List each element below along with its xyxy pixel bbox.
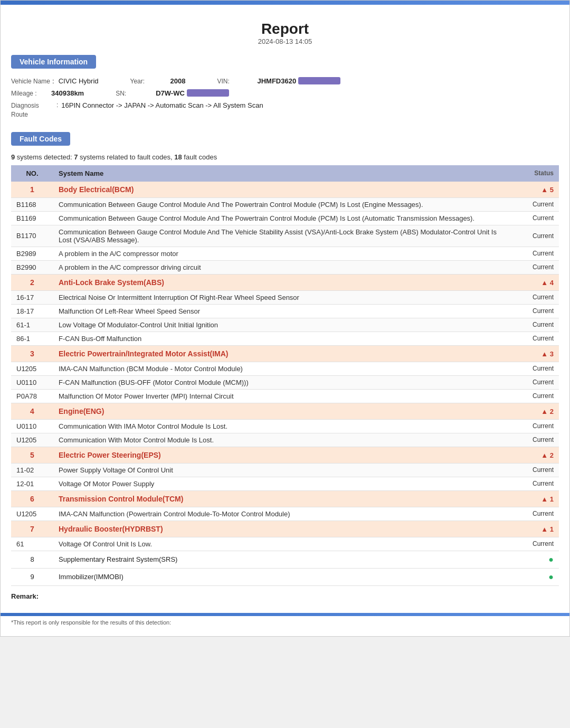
vehicle-info: Vehicle Name : CIVIC Hybrid Year: 2008 V… xyxy=(11,73,559,126)
fault-status: Current xyxy=(517,247,559,260)
fault-codes-header: Fault Codes xyxy=(11,132,70,146)
table-row: U1205 IMA-CAN Malfunction (BCM Module - … xyxy=(11,362,559,375)
vehicle-info-header: Vehicle Information xyxy=(11,55,96,69)
system-no: 9 xyxy=(11,568,53,585)
table-row: B1170 Communication Between Gauge Contro… xyxy=(11,225,559,247)
fault-code: B2989 xyxy=(11,247,53,260)
system-no: 8 xyxy=(11,551,53,568)
vehicle-name-label: Vehicle Name xyxy=(11,78,50,85)
page-wrapper: Report 2024-08-13 14:05 Vehicle Informat… xyxy=(0,0,570,637)
table-header-row: NO. System Name Status xyxy=(11,165,559,182)
system-status: ▲ 2 xyxy=(517,403,559,419)
fault-code: B1168 xyxy=(11,197,53,211)
table-row: B1168 Communication Between Gauge Contro… xyxy=(11,197,559,211)
warning-icon: ▲ 2 xyxy=(541,451,554,459)
fault-status: Current xyxy=(517,290,559,304)
fault-code: 86-1 xyxy=(11,332,53,345)
fault-code: B1170 xyxy=(11,225,53,247)
fault-status: Current xyxy=(517,362,559,375)
vin-label: VIN: xyxy=(217,78,254,85)
fault-code: 12-01 xyxy=(11,477,53,490)
table-row: U0110 F-CAN Malfunction (BUS-OFF (Motor … xyxy=(11,375,559,389)
warning-icon: ▲ 1 xyxy=(541,495,554,503)
fault-description: Voltage Of Motor Power Supply xyxy=(53,477,517,490)
table-row: 8 Supplementary Restraint System(SRS) ● xyxy=(11,551,559,568)
fault-code: 11-02 xyxy=(11,463,53,477)
mileage-label: Mileage : xyxy=(11,90,48,97)
system-no: 2 xyxy=(11,274,53,290)
fault-description: Malfunction Of Motor Power Inverter (MPI… xyxy=(53,389,517,403)
summary-text: 9 systems detected: 7 systems related to… xyxy=(11,153,559,161)
system-status: ▲ 5 xyxy=(517,182,559,198)
top-bar xyxy=(1,1,569,5)
table-row: U1205 Communication With Motor Control M… xyxy=(11,433,559,447)
fault-description: Communication With IMA Motor Control Mod… xyxy=(53,419,517,433)
table-row: 12-01 Voltage Of Motor Power Supply Curr… xyxy=(11,477,559,490)
warning-icon: ▲ 5 xyxy=(541,186,554,194)
system-header-row: 5 Electric Power Steering(EPS) ▲ 2 xyxy=(11,447,559,463)
content: Report 2024-08-13 14:05 Vehicle Informat… xyxy=(1,5,569,609)
system-status: ● xyxy=(517,568,559,585)
system-header-row: 7 Hydraulic Booster(HYDRBST) ▲ 1 xyxy=(11,521,559,537)
sn-blurred xyxy=(187,89,229,97)
system-status: ▲ 3 xyxy=(517,345,559,362)
fault-status: Current xyxy=(517,375,559,389)
fault-code: 61 xyxy=(11,537,53,551)
fault-code: 61-1 xyxy=(11,318,53,332)
vehicle-name-field: Vehicle Name : CIVIC Hybrid xyxy=(11,77,99,85)
sn-value: D7W-WC xyxy=(156,89,185,97)
remark-label: Remark: xyxy=(11,592,39,600)
fault-code: U0110 xyxy=(11,419,53,433)
ok-icon: ● xyxy=(548,555,554,564)
systems-count: 9 xyxy=(11,153,15,161)
fault-description: Communication Between Gauge Control Modu… xyxy=(53,211,517,225)
table-row: U1205 IMA-CAN Malfunction (Powertrain Co… xyxy=(11,507,559,521)
fault-status: Current xyxy=(517,507,559,521)
system-no: 7 xyxy=(11,521,53,537)
system-name: Engine(ENG) xyxy=(53,403,517,419)
warning-icon: ▲ 2 xyxy=(541,408,554,415)
table-row: B2990 A problem in the A/C compressor dr… xyxy=(11,260,559,274)
system-no: 4 xyxy=(11,403,53,419)
vehicle-name-colon: : xyxy=(52,77,54,85)
fault-status: Current xyxy=(517,463,559,477)
year-field: Year: 2008 xyxy=(130,77,186,85)
system-status: ▲ 1 xyxy=(517,521,559,537)
fault-code: B1169 xyxy=(11,211,53,225)
fault-status: Current xyxy=(517,389,559,403)
table-row: B1169 Communication Between Gauge Contro… xyxy=(11,211,559,225)
system-status: ● xyxy=(517,551,559,568)
fault-description: Voltage Of Control Unit Is Low. xyxy=(53,537,517,551)
fault-code: B2990 xyxy=(11,260,53,274)
system-name: Immobilizer(IMMOBI) xyxy=(53,568,517,585)
fault-code: U1205 xyxy=(11,507,53,521)
system-name: Hydraulic Booster(HYDRBST) xyxy=(53,521,517,537)
table-row: 61-1 Low Voltage Of Modulator-Control Un… xyxy=(11,318,559,332)
vehicle-row-1: Vehicle Name : CIVIC Hybrid Year: 2008 V… xyxy=(11,75,559,87)
table-row: 9 Immobilizer(IMMOBI) ● xyxy=(11,568,559,585)
system-name: Body Electrical(BCM) xyxy=(53,182,517,198)
system-name: Electric Powertrain/Integrated Motor Ass… xyxy=(53,345,517,362)
fault-description: Communication Between Gauge Control Modu… xyxy=(53,225,517,247)
table-row: U0110 Communication With IMA Motor Contr… xyxy=(11,419,559,433)
mileage-value: 340938km xyxy=(51,89,84,97)
report-heading: Report xyxy=(11,21,559,37)
table-row: 16-17 Electrical Noise Or Intermittent I… xyxy=(11,290,559,304)
system-header-row: 2 Anti-Lock Brake System(ABS) ▲ 4 xyxy=(11,274,559,290)
system-no: 1 xyxy=(11,182,53,198)
system-status: ▲ 4 xyxy=(517,274,559,290)
system-name: Electric Power Steering(EPS) xyxy=(53,447,517,463)
system-header-row: 4 Engine(ENG) ▲ 2 xyxy=(11,403,559,419)
fault-status: Current xyxy=(517,260,559,274)
fault-status: Current xyxy=(517,419,559,433)
fault-status: Current xyxy=(517,477,559,490)
system-no: 3 xyxy=(11,345,53,362)
fault-status: Current xyxy=(517,197,559,211)
system-header-row: 1 Body Electrical(BCM) ▲ 5 xyxy=(11,182,559,198)
fault-code: U1205 xyxy=(11,362,53,375)
vehicle-name-value: CIVIC Hybrid xyxy=(59,77,99,85)
table-row: 61 Voltage Of Control Unit Is Low. Curre… xyxy=(11,537,559,551)
table-row: B2989 A problem in the A/C compressor mo… xyxy=(11,247,559,260)
system-header-row: 6 Transmission Control Module(TCM) ▲ 1 xyxy=(11,490,559,507)
fault-status: Current xyxy=(517,332,559,345)
